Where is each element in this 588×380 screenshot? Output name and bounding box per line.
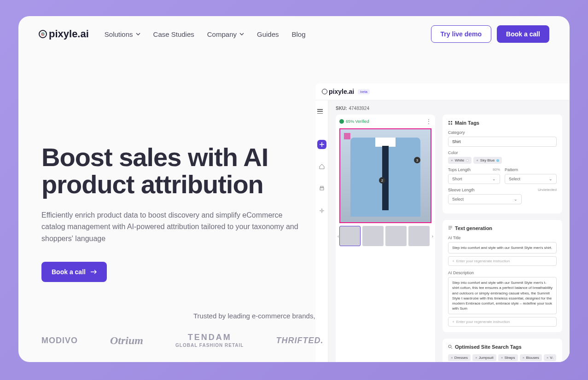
trusted-text: Trusted by leading e-commerce brands, bbox=[193, 312, 323, 320]
logo[interactable]: pixyle.ai bbox=[39, 28, 89, 40]
main-container: pixyle.ai Solutions Case Studies Company… bbox=[18, 16, 570, 362]
sleeve-length-select[interactable]: Select⌄ bbox=[448, 194, 522, 204]
product-image[interactable]: 3 2 bbox=[339, 128, 431, 223]
tops-length-label: Tops Length80% bbox=[448, 167, 500, 172]
ai-title-value[interactable]: Step into comfort and style with our Sum… bbox=[448, 242, 557, 253]
panel-title: Optimised Site Search Tags bbox=[448, 344, 557, 350]
demo-content: SKU:47483924 65% Verified ⋮ bbox=[328, 100, 570, 362]
demo-header: pixyle.ai beta bbox=[315, 83, 570, 100]
sleeve-length-label: Sleeve LengthUndetected bbox=[448, 188, 557, 192]
sidebar-settings-button[interactable] bbox=[317, 206, 326, 215]
chevron-down-icon bbox=[239, 33, 244, 35]
plus-icon: + bbox=[452, 320, 454, 324]
brand-logo: THRIFTED. bbox=[276, 336, 323, 345]
tops-length-select[interactable]: Short⌄ bbox=[448, 174, 500, 184]
panel-title: Text generation bbox=[448, 225, 557, 231]
svg-rect-6 bbox=[451, 123, 452, 125]
nav-label: Blog bbox=[292, 30, 306, 38]
hero-subtitle: Efficiently enrich product data to boost… bbox=[41, 209, 299, 245]
chevron-down-icon: ⌄ bbox=[549, 177, 553, 181]
demo-body: SKU:47483924 65% Verified ⋮ bbox=[315, 100, 570, 362]
thumb-prev-button[interactable]: ‹ bbox=[338, 234, 339, 239]
pattern-select[interactable]: Select⌄ bbox=[505, 174, 557, 184]
svg-point-2 bbox=[321, 210, 323, 212]
svg-rect-3 bbox=[448, 121, 450, 122]
hero-title: Boost sales with AI product attribution bbox=[41, 144, 299, 198]
printer-icon bbox=[319, 186, 325, 191]
verified-text: 65% Verified bbox=[346, 119, 369, 124]
thumbnail[interactable] bbox=[339, 226, 361, 246]
panel-title-text: Main Tags bbox=[455, 120, 479, 126]
color-tag[interactable]: ×Sky Blue bbox=[473, 157, 502, 164]
nav-label: Guides bbox=[257, 30, 279, 38]
try-demo-button[interactable]: Try live demo bbox=[431, 25, 491, 43]
text-icon bbox=[448, 226, 453, 230]
search-tag[interactable]: × Blouses bbox=[520, 354, 542, 361]
arrow-right-icon bbox=[90, 269, 97, 275]
svg-rect-4 bbox=[451, 121, 452, 122]
category-input[interactable]: Shirt bbox=[448, 137, 557, 147]
chevron-down-icon bbox=[136, 33, 140, 35]
sidebar-add-button[interactable] bbox=[317, 140, 326, 149]
nav-left: pixyle.ai Solutions Case Studies Company… bbox=[39, 28, 306, 40]
search-tag[interactable]: × V- bbox=[544, 354, 556, 361]
hero-cta-button[interactable]: Book a call bbox=[41, 262, 107, 282]
nav-label: Case Studies bbox=[153, 30, 194, 38]
nav-item-case-studies[interactable]: Case Studies bbox=[153, 30, 194, 38]
sidebar-print-button[interactable] bbox=[317, 184, 326, 193]
nav-items: Solutions Case Studies Company Guides Bl… bbox=[105, 30, 306, 38]
thumbnail[interactable] bbox=[385, 226, 407, 246]
search-tag[interactable]: × Jumpsuit bbox=[472, 354, 496, 361]
search-tag[interactable]: × Dresses bbox=[448, 354, 471, 361]
sidebar-menu-button[interactable] bbox=[317, 107, 326, 116]
detection-badge[interactable]: 2 bbox=[379, 177, 385, 184]
brand-logo: Otrium bbox=[110, 334, 143, 347]
panel-title-text: Text generation bbox=[455, 225, 492, 231]
demo-logo-icon bbox=[322, 89, 327, 94]
book-call-button[interactable]: Book a call bbox=[497, 25, 549, 43]
nav-item-guides[interactable]: Guides bbox=[257, 30, 279, 38]
search-tag[interactable]: × Straps bbox=[498, 354, 518, 361]
ai-desc-value[interactable]: Step into comfort and style with our Sum… bbox=[448, 277, 557, 314]
regen-input[interactable]: +Enter your regenerate instruction bbox=[448, 256, 557, 266]
pattern-label: Pattern bbox=[505, 167, 557, 172]
regen-input[interactable]: +Enter your regenerate instruction bbox=[448, 317, 557, 327]
demo-panel: pixyle.ai beta bbox=[315, 83, 570, 362]
svg-rect-1 bbox=[320, 186, 323, 188]
nav-item-company[interactable]: Company bbox=[207, 30, 244, 38]
nav-label: Company bbox=[207, 30, 237, 38]
chevron-down-icon: ⌄ bbox=[492, 177, 496, 181]
trusted-section: Trusted by leading e-commerce brands, MO… bbox=[41, 312, 323, 348]
nav-item-solutions[interactable]: Solutions bbox=[105, 30, 140, 38]
ai-title-label: AI Title bbox=[448, 236, 557, 240]
check-circle-icon bbox=[339, 119, 344, 124]
color-tag[interactable]: ×White bbox=[448, 157, 472, 164]
color-label: Color bbox=[448, 150, 557, 155]
plus-icon bbox=[319, 142, 325, 147]
field-grid: Tops Length80% Short⌄ Pattern Select⌄ bbox=[448, 167, 557, 188]
ai-desc-label: AI Description bbox=[448, 271, 557, 275]
hamburger-icon bbox=[317, 109, 323, 114]
demo-logo: pixyle.ai bbox=[322, 88, 354, 95]
product-card: 65% Verified ⋮ 3 2 bbox=[336, 115, 435, 362]
thumb-next-button[interactable]: › bbox=[432, 234, 433, 239]
sku-row: SKU:47483924 bbox=[336, 106, 562, 111]
nav-label: Solutions bbox=[105, 30, 133, 38]
category-label: Category bbox=[448, 130, 557, 135]
thumbnail[interactable] bbox=[408, 226, 430, 246]
demo-columns: 65% Verified ⋮ 3 2 bbox=[336, 115, 562, 362]
hero-section: Boost sales with AI product attribution … bbox=[41, 52, 299, 282]
dots-menu-icon[interactable]: ⋮ bbox=[426, 118, 431, 125]
nav-item-blog[interactable]: Blog bbox=[292, 30, 306, 38]
sidebar-home-button[interactable] bbox=[317, 162, 326, 171]
thumbnail[interactable] bbox=[362, 226, 384, 246]
detection-badge[interactable]: 3 bbox=[414, 157, 420, 163]
brand-logo: TENDAMGLOBAL FASHION RETAIL bbox=[175, 333, 244, 348]
panel-title-text: Optimised Site Search Tags bbox=[455, 344, 522, 350]
panel-title: Main Tags bbox=[448, 120, 557, 126]
sku-value: 47483924 bbox=[349, 106, 369, 111]
remove-icon[interactable]: × bbox=[476, 158, 478, 162]
brand-logos: MODIVO Otrium TENDAMGLOBAL FASHION RETAI… bbox=[41, 333, 323, 348]
remove-icon[interactable]: × bbox=[451, 158, 453, 162]
text-gen-panel: Text generation AI Title Step into comfo… bbox=[442, 220, 562, 332]
